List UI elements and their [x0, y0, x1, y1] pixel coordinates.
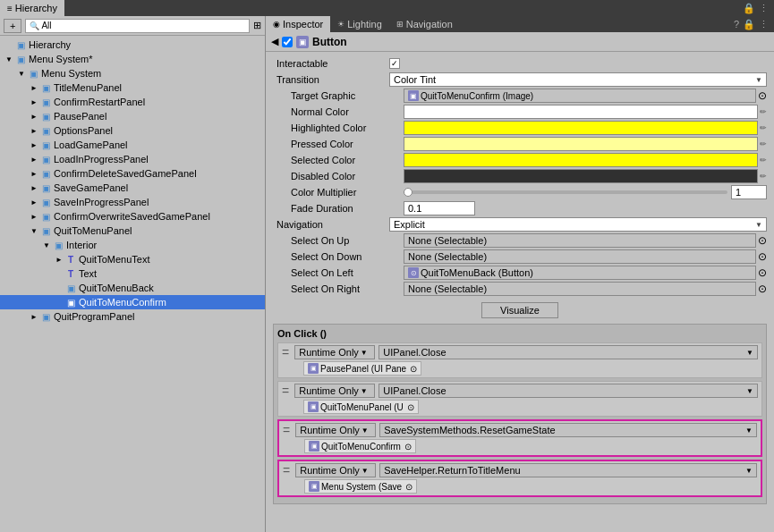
- tree-item-1[interactable]: ▼▣Menu System*: [0, 52, 265, 66]
- inspector-tab[interactable]: ◉ Inspector: [266, 16, 330, 32]
- fade-duration-input[interactable]: [404, 201, 475, 215]
- tree-item-6[interactable]: ►▣OptionsPanel: [0, 123, 265, 138]
- tree-label-14: Interior: [66, 240, 97, 250]
- select-left-icon: ⊙: [408, 267, 419, 278]
- highlighted-color-edit-icon[interactable]: ✏: [760, 123, 767, 132]
- hierarchy-search-input[interactable]: [41, 21, 245, 30]
- event-1-runtime-dropdown[interactable]: Runtime Only ▼: [294, 384, 375, 398]
- tree-item-10[interactable]: ►▣SaveGamePanel: [0, 181, 265, 195]
- tree-icon-12: ▣: [39, 210, 52, 223]
- tree-item-0[interactable]: ▣Hierarchy: [0, 38, 265, 52]
- tree-item-5[interactable]: ►▣PausePanel: [0, 109, 265, 123]
- hierarchy-menu-icon[interactable]: ⋮: [759, 3, 769, 14]
- select-up-field[interactable]: None (Selectable): [404, 233, 756, 248]
- event-1-equals-icon: =: [282, 384, 289, 398]
- tree-item-19[interactable]: ►▣QuitProgramPanel: [0, 309, 265, 324]
- select-left-circle-icon[interactable]: ⊙: [758, 266, 767, 279]
- tree-label-6: OptionsPanel: [54, 125, 113, 136]
- tree-label-19: QuitProgramPanel: [54, 311, 135, 322]
- event-2-runtime-dropdown[interactable]: Runtime Only ▼: [295, 423, 376, 437]
- pressed-color-edit-icon[interactable]: ✏: [760, 139, 767, 148]
- tree-arrow-15: ►: [54, 256, 64, 264]
- tree-item-8[interactable]: ►▣LoadInProgressPanel: [0, 152, 265, 166]
- select-right-field[interactable]: None (Selectable): [404, 282, 756, 296]
- select-down-field[interactable]: None (Selectable): [404, 249, 756, 264]
- tree-item-13[interactable]: ▼▣QuitToMenuPanel: [0, 224, 265, 238]
- highlighted-color-swatch[interactable]: [404, 121, 758, 135]
- event-0-equals-icon: =: [282, 345, 289, 359]
- select-left-label: Select On Left: [287, 267, 404, 278]
- inspector-lock-icon[interactable]: 🔒: [743, 19, 755, 30]
- event-0-method-dropdown[interactable]: UIPanel.Close ▼: [378, 345, 758, 359]
- target-graphic-circle-icon[interactable]: ⊙: [758, 89, 767, 102]
- event-1-object-pill[interactable]: ▣ QuitToMenuPanel (U ⊙: [303, 400, 419, 414]
- tree-item-16[interactable]: TText: [0, 266, 265, 281]
- select-down-value: None (Selectable): [408, 251, 487, 262]
- navigation-dropdown[interactable]: Explicit ▼: [389, 217, 767, 232]
- tree-arrow-6: ►: [29, 127, 39, 135]
- tree-item-2[interactable]: ▼▣Menu System: [0, 66, 265, 80]
- tree-icon-14: ▣: [52, 239, 64, 251]
- selected-color-edit-icon[interactable]: ✏: [760, 156, 767, 165]
- selected-color-swatch[interactable]: [404, 153, 758, 167]
- tree-icon-10: ▣: [39, 182, 52, 194]
- tree-item-15[interactable]: ►TQuitToMenuText: [0, 252, 265, 266]
- event-0-runtime-arrow: ▼: [361, 349, 368, 357]
- visualize-button[interactable]: Visualize: [481, 302, 558, 318]
- event-row-2: = Runtime Only ▼ SaveSystemMethods.Reset…: [277, 419, 762, 457]
- target-graphic-field[interactable]: ▣ QuitToMenuConfirm (Image): [404, 89, 756, 103]
- color-multiplier-slider[interactable]: [404, 190, 727, 194]
- lighting-tab[interactable]: ☀ Lighting: [330, 16, 389, 32]
- event-2-object-pill[interactable]: ▣ QuitToMenuConfirm ⊙: [304, 439, 416, 453]
- event-2-method-arrow: ▼: [745, 426, 753, 435]
- hierarchy-options-icon[interactable]: ⊞: [253, 20, 261, 31]
- tree-item-18[interactable]: ▣QuitToMenuConfirm: [0, 295, 265, 309]
- disabled-color-edit-icon[interactable]: ✏: [760, 172, 767, 181]
- transition-dropdown[interactable]: Color Tint ▼: [389, 72, 767, 87]
- pressed-color-swatch[interactable]: [404, 137, 758, 151]
- normal-color-edit-icon[interactable]: ✏: [760, 107, 767, 116]
- event-3-runtime-dropdown[interactable]: Runtime Only ▼: [295, 463, 376, 477]
- tree-item-4[interactable]: ►▣ConfirmRestartPanel: [0, 95, 265, 109]
- interactable-checkbox[interactable]: ✓: [389, 58, 400, 69]
- tree-item-3[interactable]: ►▣TitleMenuPanel: [0, 80, 265, 95]
- tree-item-17[interactable]: ▣QuitToMenuBack: [0, 281, 265, 295]
- event-0-runtime-dropdown[interactable]: Runtime Only ▼: [294, 345, 375, 359]
- select-down-circle-icon[interactable]: ⊙: [758, 250, 767, 263]
- inspector-help-icon[interactable]: ?: [734, 19, 739, 30]
- tree-item-9[interactable]: ►▣ConfirmDeleteSavedGamePanel: [0, 166, 265, 181]
- event-1-method-dropdown[interactable]: UIPanel.Close ▼: [378, 384, 758, 398]
- normal-color-swatch[interactable]: [404, 105, 758, 119]
- select-left-field[interactable]: ⊙ QuitToMenuBack (Button): [404, 266, 756, 280]
- navigation-tab[interactable]: ⊞ Navigation: [389, 16, 460, 32]
- back-icon[interactable]: ◀: [271, 36, 278, 47]
- tree-item-7[interactable]: ►▣LoadGamePanel: [0, 138, 265, 152]
- hierarchy-tree: ▣Hierarchy▼▣Menu System*▼▣Menu System►▣T…: [0, 36, 265, 532]
- tree-item-14[interactable]: ▼▣Interior: [0, 238, 265, 252]
- event-2-method-dropdown[interactable]: SaveSystemMethods.ResetGameState ▼: [379, 423, 757, 437]
- tree-icon-11: ▣: [39, 196, 52, 208]
- tree-item-12[interactable]: ►▣ConfirmOverwriteSavedGamePanel: [0, 209, 265, 224]
- inspector-menu-icon[interactable]: ⋮: [759, 19, 769, 30]
- event-1-object-circle[interactable]: ⊙: [407, 402, 414, 412]
- active-checkbox[interactable]: [282, 37, 293, 47]
- select-right-circle-icon[interactable]: ⊙: [758, 283, 767, 295]
- tree-arrow-1: ▼: [4, 55, 14, 63]
- event-0-object-pill[interactable]: ▣ PausePanel (UI Pane ⊙: [303, 361, 421, 376]
- hierarchy-lock-icon[interactable]: 🔒: [743, 3, 755, 14]
- disabled-color-swatch[interactable]: [404, 169, 758, 183]
- event-0-object-circle[interactable]: ⊙: [410, 364, 417, 374]
- event-3-method-dropdown[interactable]: SaveHelper.ReturnToTitleMenu ▼: [379, 463, 757, 477]
- color-multiplier-input[interactable]: [731, 185, 767, 199]
- target-graphic-icon: ▣: [408, 90, 419, 101]
- tree-item-11[interactable]: ►▣SaveInProgressPanel: [0, 195, 265, 209]
- event-2-object-circle[interactable]: ⊙: [404, 442, 412, 452]
- select-up-circle-icon[interactable]: ⊙: [758, 234, 767, 247]
- hierarchy-tab[interactable]: ≡ Hierarchy: [0, 0, 64, 16]
- event-3-object-pill[interactable]: ▣ Menu System (Save ⊙: [304, 479, 417, 494]
- tree-arrow-10: ►: [29, 184, 39, 192]
- tree-label-3: TitleMenuPanel: [54, 82, 122, 93]
- event-2-equals-icon: =: [283, 423, 290, 437]
- hierarchy-add-button[interactable]: +: [4, 19, 21, 33]
- event-3-object-circle[interactable]: ⊙: [405, 482, 413, 492]
